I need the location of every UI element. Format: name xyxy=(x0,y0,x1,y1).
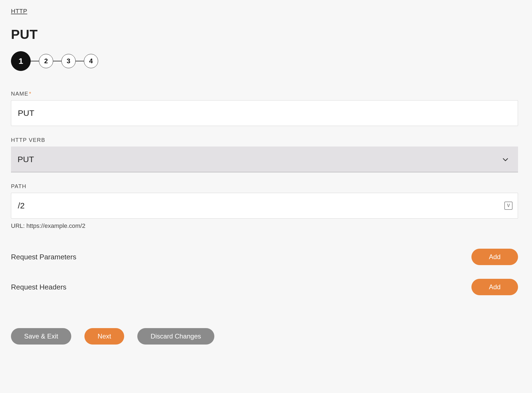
footer-actions: Save & Exit Next Discard Changes xyxy=(11,328,521,345)
request-headers-section: Request Headers Add xyxy=(11,279,518,295)
breadcrumb: HTTP xyxy=(11,8,521,15)
path-url-helper: URL: https://example.com/2 xyxy=(11,222,521,230)
save-exit-button[interactable]: Save & Exit xyxy=(11,328,71,345)
step-connector xyxy=(53,61,61,61)
breadcrumb-parent-link[interactable]: HTTP xyxy=(11,8,27,15)
name-label-text: NAME xyxy=(11,91,29,97)
path-label: PATH xyxy=(11,183,521,190)
discard-changes-button[interactable]: Discard Changes xyxy=(137,328,214,345)
page-title: PUT xyxy=(11,27,521,42)
name-input[interactable] xyxy=(11,100,518,126)
request-parameters-section: Request Parameters Add xyxy=(11,249,518,265)
required-asterisk: * xyxy=(29,91,32,97)
step-connector xyxy=(31,61,39,61)
wizard-stepper: 1 2 3 4 xyxy=(11,51,521,71)
variable-icon[interactable]: V xyxy=(504,202,513,210)
http-verb-value: PUT xyxy=(18,155,503,164)
add-parameter-button[interactable]: Add xyxy=(471,249,518,265)
step-3[interactable]: 3 xyxy=(61,54,76,68)
name-label: NAME* xyxy=(11,91,521,97)
path-field-row: PATH V URL: https://example.com/2 xyxy=(11,183,521,230)
http-verb-field-row: HTTP VERB PUT xyxy=(11,137,521,172)
path-input[interactable] xyxy=(11,193,518,219)
add-header-button[interactable]: Add xyxy=(471,279,518,295)
request-parameters-label: Request Parameters xyxy=(11,253,76,261)
http-verb-select[interactable]: PUT xyxy=(11,147,518,172)
step-4[interactable]: 4 xyxy=(84,54,98,68)
step-1[interactable]: 1 xyxy=(11,51,31,71)
http-verb-label: HTTP VERB xyxy=(11,137,521,143)
step-2[interactable]: 2 xyxy=(39,54,53,68)
request-headers-label: Request Headers xyxy=(11,283,66,291)
step-connector xyxy=(76,61,84,61)
chevron-down-icon xyxy=(503,156,508,163)
next-button[interactable]: Next xyxy=(84,328,124,345)
name-field-row: NAME* xyxy=(11,91,521,126)
